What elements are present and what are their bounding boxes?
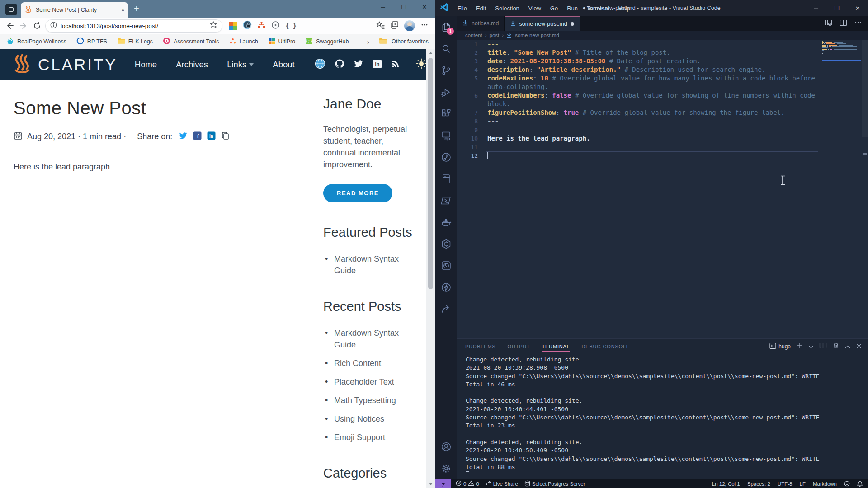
bookmark-item[interactable]: RP TFS [76, 37, 107, 46]
share-linkedin-icon[interactable]: in [207, 131, 216, 142]
editor-line[interactable]: 8--- [457, 117, 868, 126]
extension-sitemap-orange-icon[interactable] [257, 21, 266, 31]
activity-extensions[interactable] [435, 103, 457, 125]
site-info-icon[interactable] [50, 22, 57, 30]
share-copy-icon[interactable] [221, 131, 230, 142]
remote-indicator[interactable] [435, 479, 451, 488]
status-lf[interactable]: LF [800, 481, 806, 487]
menu-go[interactable]: Go [546, 3, 562, 14]
theme-toggle-sun-icon[interactable] [415, 58, 427, 71]
bookmark-item[interactable]: {;}SwaggerHub [305, 37, 349, 46]
status-spaces[interactable]: Spaces: 2 [747, 481, 770, 487]
status-problems[interactable]: 00 [456, 480, 479, 487]
menu-selection[interactable]: Selection [491, 3, 523, 14]
globe-icon[interactable] [315, 58, 326, 71]
vscode-maximize-button[interactable]: ☐ [826, 0, 847, 16]
activity-remote-explorer[interactable] [435, 125, 457, 146]
open-preview-icon[interactable] [825, 19, 832, 28]
editor-tab-notices.md[interactable]: notices.md [457, 16, 505, 31]
share-facebook-icon[interactable]: f [193, 131, 202, 142]
bookmark-item[interactable]: Launch [229, 37, 258, 46]
activity-book[interactable] [435, 168, 457, 190]
profile-avatar[interactable] [404, 20, 415, 31]
browser-close-button[interactable]: ✕ [414, 0, 435, 14]
editor-line[interactable]: block. [457, 100, 868, 108]
new-tab-button[interactable]: + [134, 4, 139, 14]
linkedin-icon[interactable]: in [373, 59, 382, 70]
activity-kubernetes[interactable] [435, 233, 457, 255]
code-editor[interactable]: 1---2title: "Some New Post" # Title of t… [457, 40, 868, 338]
list-item[interactable]: Math Typesetting [323, 394, 412, 406]
panel-tab-problems[interactable]: PROBLEMS [465, 339, 496, 354]
menu-terminal[interactable]: Terminal [583, 3, 613, 14]
menu-edit[interactable]: Edit [472, 3, 490, 14]
site-logo[interactable]: CLARITY [12, 53, 118, 76]
editor-line[interactable]: 9 [457, 126, 868, 134]
scrollbar-down-icon[interactable] [429, 483, 433, 485]
rss-icon[interactable] [391, 59, 400, 70]
activity-share[interactable] [435, 298, 457, 320]
activity-source-control[interactable] [435, 60, 457, 81]
favorites-hub-icon[interactable] [376, 21, 385, 31]
activity-settings[interactable] [435, 458, 457, 479]
read-more-button[interactable]: READ MORE [323, 184, 392, 202]
scrollbar-up-icon[interactable] [429, 52, 433, 54]
tab-close-icon[interactable]: × [121, 7, 125, 13]
browser-tab[interactable]: Some New Post | Clarity × [21, 2, 128, 18]
tab-manager-icon[interactable] [5, 4, 17, 15]
split-terminal-icon[interactable] [819, 342, 827, 351]
collections-icon[interactable] [390, 21, 399, 31]
minimap[interactable] [822, 41, 861, 61]
editor-line[interactable]: 11 [457, 143, 868, 151]
share-twitter-icon[interactable] [179, 131, 188, 142]
add-favorite-icon[interactable] [209, 21, 217, 31]
editor-line[interactable]: 7figurePositionShow: true # Override glo… [457, 108, 868, 117]
breadcrumb-item[interactable]: post [490, 33, 500, 38]
status-ln[interactable]: Ln 12, Col 1 [712, 481, 740, 487]
terminal-shell-selector[interactable]: hugo [769, 343, 791, 351]
extension-braces-icon[interactable]: { } [285, 22, 297, 30]
editor-line[interactable]: 12 [457, 151, 868, 160]
terminal-dropdown-icon[interactable] [809, 343, 813, 351]
editor-line[interactable]: 2title: "Some New Post" # Title of the b… [457, 48, 868, 57]
editor-line[interactable]: 1--- [457, 40, 868, 48]
address-bar[interactable]: localhost:1313/post/some-new-post/ [45, 19, 222, 33]
nav-item-home[interactable]: Home [135, 60, 157, 70]
bookmark-item[interactable]: Assessment Tools [163, 37, 219, 46]
editor-line[interactable]: 6codeLineNumbers: false # Override globa… [457, 91, 868, 100]
panel-tab-output[interactable]: OUTPUT [508, 339, 530, 354]
editor-line[interactable]: 3date: 2021-08-20T10:38:38-05:00 # Date … [457, 57, 868, 66]
menu-file[interactable]: File [453, 3, 471, 14]
vscode-minimize-button[interactable]: ─ [806, 0, 826, 16]
activity-explorer[interactable]: 1 [435, 16, 457, 38]
nav-item-links[interactable]: Links [227, 60, 254, 70]
bookmark-item[interactable]: UltiPro [268, 37, 296, 46]
feedback-icon[interactable] [844, 481, 850, 487]
activity-run-debug[interactable] [435, 81, 457, 103]
editor-line[interactable]: 10Here is the lead paragraph. [457, 134, 868, 143]
list-item[interactable]: Using Notices [323, 413, 412, 425]
menu-view[interactable]: View [524, 3, 545, 14]
activity-search[interactable] [435, 38, 457, 60]
breadcrumb[interactable]: content›post›some-new-post.md [457, 31, 868, 40]
list-item[interactable]: Markdown Syntax Guide [323, 327, 412, 351]
extension-privacy-lock-icon[interactable] [243, 20, 252, 31]
bookmarks-overflow-icon[interactable]: › [367, 38, 369, 46]
nav-item-archives[interactable]: Archives [176, 60, 208, 70]
status-live-share[interactable]: Live Share [486, 480, 518, 487]
refresh-icon[interactable] [32, 20, 42, 31]
activity-powershell[interactable] [435, 190, 457, 211]
nav-item-about[interactable]: About [273, 60, 294, 70]
editor-line[interactable]: auto-collapsing. [457, 83, 868, 91]
status-postgres[interactable]: Select Postgres Server [524, 480, 585, 488]
menu-run[interactable]: Run [563, 3, 582, 14]
close-panel-icon[interactable] [856, 343, 862, 351]
bookmark-item[interactable]: ELK Logs [117, 37, 153, 46]
new-terminal-icon[interactable] [797, 343, 803, 351]
browser-menu-icon[interactable] [420, 21, 429, 31]
list-item[interactable]: Markdown Syntax Guide [323, 253, 412, 277]
list-item[interactable]: Emoji Support [323, 432, 412, 443]
github-icon[interactable] [335, 59, 344, 70]
split-editor-icon[interactable] [840, 19, 847, 28]
list-item[interactable]: Rich Content [323, 357, 412, 369]
